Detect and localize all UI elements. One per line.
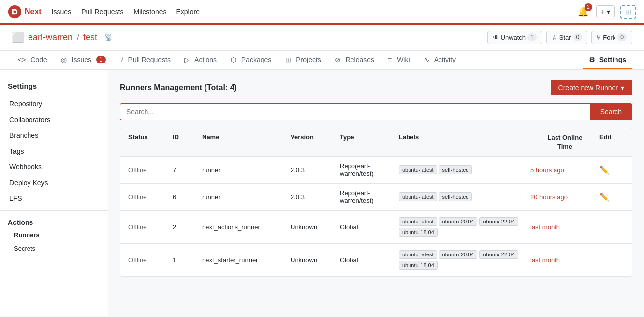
wiki-icon: ≡ xyxy=(388,56,392,63)
sidebar-item-branches[interactable]: Branches xyxy=(0,127,108,143)
tab-wiki[interactable]: ≡ Wiki xyxy=(382,51,416,69)
runners-content: Runners Management (Total: 4) Create new… xyxy=(108,70,644,316)
repo-name-link[interactable]: test xyxy=(83,32,97,43)
search-input[interactable] xyxy=(120,103,590,120)
label-chip: ubuntu-18.04 xyxy=(399,261,438,270)
notification-bell[interactable]: 🔔 2 xyxy=(576,4,590,19)
dropdown-icon: ▾ xyxy=(621,84,624,92)
star-label: Star xyxy=(559,34,571,41)
code-icon: <> xyxy=(18,56,26,63)
label-chip: ubuntu-20.04 xyxy=(439,250,478,259)
repo-title: ⬜ earl-warren / test 📡 xyxy=(12,32,113,43)
sidebar-item-repository[interactable]: Repository xyxy=(0,96,108,112)
sidebar-title: Settings xyxy=(0,78,108,96)
label-chip: ubuntu-18.04 xyxy=(399,228,438,237)
edit-icon[interactable]: ✏️ xyxy=(599,192,624,202)
sidebar-item-lfs[interactable]: LFS xyxy=(0,190,108,206)
table-row: Offline 7 runner 2.0.3 Repo(earl-warren/… xyxy=(120,157,632,184)
tab-projects[interactable]: ⊞ Projects xyxy=(279,51,326,69)
table-body: Offline 7 runner 2.0.3 Repo(earl-warren/… xyxy=(120,157,632,276)
nav-issues[interactable]: Issues xyxy=(52,6,71,18)
nav-milestones[interactable]: Milestones xyxy=(134,6,167,18)
star-count: 0 xyxy=(573,33,583,41)
sidebar-item-collaborators[interactable]: Collaborators xyxy=(0,112,108,127)
create-runner-label: Create new Runner xyxy=(558,84,618,92)
tab-releases[interactable]: ⊘ Releases xyxy=(329,51,380,69)
label-chip: ubuntu-latest xyxy=(399,250,437,259)
label-chip: ubuntu-latest xyxy=(399,165,437,174)
sidebar-item-secrets[interactable]: Secrets xyxy=(0,242,108,255)
settings-icon: ⚙ xyxy=(589,56,595,63)
issues-badge: 1 xyxy=(96,56,106,63)
repo-icon: ⬜ xyxy=(12,32,24,43)
nav-right: 🔔 2 + ▾ ⊞ xyxy=(576,4,636,19)
runner-name: runner xyxy=(202,193,291,201)
unwatch-button[interactable]: 👁 Unwatch 1 xyxy=(487,31,542,44)
label-chip: self-hosted xyxy=(439,165,472,174)
activity-icon: ∿ xyxy=(424,56,430,63)
runner-labels: ubuntu-latestubuntu-20.04ubuntu-22.04ubu… xyxy=(399,217,530,237)
grid-button[interactable]: ⊞ xyxy=(620,5,636,19)
page-title: Runners Management (Total: 4) xyxy=(120,83,237,92)
runner-type: Global xyxy=(340,223,399,231)
runner-type: Repo(earl-warren/test) xyxy=(340,162,399,177)
runner-name: runner xyxy=(202,166,291,174)
runner-id: 2 xyxy=(173,223,202,231)
add-button[interactable]: + ▾ xyxy=(596,5,615,18)
runner-last-online: last month xyxy=(530,223,599,231)
edit-icon[interactable]: ✏️ xyxy=(599,165,624,175)
runner-type: Global xyxy=(340,256,399,264)
projects-icon: ⊞ xyxy=(285,56,291,63)
tab-issues[interactable]: ◎ Issues 1 xyxy=(55,51,112,69)
runner-last-online: 5 hours ago xyxy=(530,166,599,174)
col-type: Type xyxy=(340,133,399,151)
settings-sidebar: Settings Repository Collaborators Branch… xyxy=(0,70,108,316)
runner-id: 6 xyxy=(173,193,202,201)
issues-icon: ◎ xyxy=(61,56,67,63)
releases-icon: ⊘ xyxy=(335,56,341,63)
runner-type: Repo(earl-warren/test) xyxy=(340,190,399,204)
nav-pull-requests[interactable]: Pull Requests xyxy=(81,6,123,18)
create-runner-button[interactable]: Create new Runner ▾ xyxy=(551,80,632,95)
tab-code[interactable]: <> Code xyxy=(12,51,53,69)
col-version: Version xyxy=(291,133,340,151)
tab-actions[interactable]: ▷ Actions xyxy=(178,51,223,69)
col-status: Status xyxy=(128,133,173,151)
tab-activity[interactable]: ∿ Activity xyxy=(418,51,462,69)
label-chip: ubuntu-latest xyxy=(399,217,437,226)
col-last-online: Last OnlineTime xyxy=(530,133,599,151)
runner-status: Offline xyxy=(128,223,173,231)
sidebar-item-deploy-keys[interactable]: Deploy Keys xyxy=(0,175,108,190)
search-button[interactable]: Search xyxy=(590,103,632,120)
runner-labels: ubuntu-latestself-hosted xyxy=(399,165,530,175)
tab-packages[interactable]: ⬡ Packages xyxy=(225,51,277,69)
app-logo[interactable]: Next xyxy=(8,5,42,19)
col-labels: Labels xyxy=(399,133,530,151)
sidebar-item-tags[interactable]: Tags xyxy=(0,143,108,159)
nav-links: Issues Pull Requests Milestones Explore xyxy=(52,6,576,18)
star-button[interactable]: ☆ Star 0 xyxy=(546,31,588,44)
runners-table: Status ID Name Version Type Labels Last … xyxy=(120,128,632,277)
runner-id: 7 xyxy=(173,166,202,174)
repo-owner-link[interactable]: earl-warren xyxy=(28,32,73,43)
runner-labels: ubuntu-latestself-hosted xyxy=(399,192,530,202)
unwatch-count: 1 xyxy=(527,33,537,41)
fork-icon: ⑂ xyxy=(597,34,601,41)
table-header: Status ID Name Version Type Labels Last … xyxy=(120,128,632,157)
repo-tabs: <> Code ◎ Issues 1 ⑂ Pull Requests ▷ Act… xyxy=(0,51,644,70)
fork-count: 0 xyxy=(617,33,627,41)
tab-settings[interactable]: ⚙ Settings xyxy=(583,51,632,69)
runner-version: Unknown xyxy=(291,223,340,231)
svg-point-1 xyxy=(13,10,16,13)
nav-explore[interactable]: Explore xyxy=(176,6,199,18)
top-nav: Next Issues Pull Requests Milestones Exp… xyxy=(0,0,644,25)
sidebar-item-webhooks[interactable]: Webhooks xyxy=(0,159,108,175)
label-chip: ubuntu-20.04 xyxy=(439,217,478,226)
table-row: Offline 1 next_starter_runner Unknown Gl… xyxy=(120,244,632,276)
tab-pull-requests[interactable]: ⑂ Pull Requests xyxy=(114,51,176,69)
runner-status: Offline xyxy=(128,166,173,174)
sidebar-item-runners[interactable]: Runners xyxy=(0,228,108,242)
fork-button[interactable]: ⑂ Fork 0 xyxy=(591,31,632,44)
label-chip: self-hosted xyxy=(439,192,472,201)
table-row: Offline 2 next_actions_runner Unknown Gl… xyxy=(120,211,632,244)
